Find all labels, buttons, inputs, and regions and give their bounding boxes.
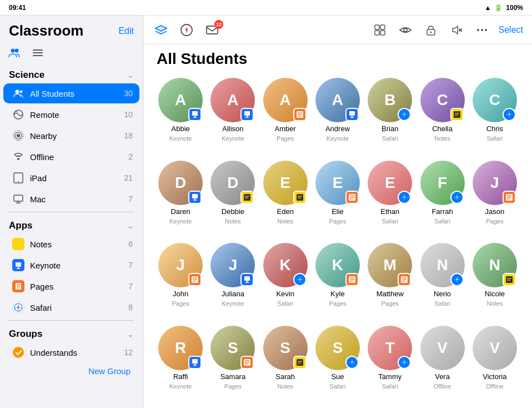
student-item[interactable]: NNerioSafari	[418, 243, 466, 319]
student-item[interactable]: JJohnPages	[157, 243, 204, 319]
sidebar-item-notes[interactable]: Notes 6	[3, 234, 139, 254]
student-item[interactable]: SSamaraPages	[209, 326, 257, 402]
new-group-button[interactable]: New Group	[0, 363, 139, 379]
time-display: 09:41	[9, 4, 26, 12]
more-icon[interactable]	[473, 21, 491, 39]
student-name: Eden	[277, 207, 294, 216]
student-app-badge	[345, 108, 359, 121]
science-label: Science	[9, 69, 44, 81]
student-avatar: V	[420, 326, 465, 370]
nearby-label: Nearby	[30, 131, 118, 141]
apps-label: Apps	[9, 220, 33, 231]
groups-section-header: Groups ⌄	[0, 323, 143, 342]
sidebar-item-ipad[interactable]: iPad 21	[3, 168, 139, 188]
student-item[interactable]: EEliePages	[314, 161, 362, 237]
student-item[interactable]: DDarenKeynote	[157, 161, 204, 237]
student-item[interactable]: AAbbieKeynote	[157, 78, 204, 154]
nearby-count: 18	[124, 131, 133, 140]
student-item[interactable]: JJulianaKeynote	[209, 243, 257, 319]
grid-icon[interactable]	[371, 21, 389, 39]
student-item[interactable]: AAmberPages	[262, 78, 309, 154]
student-item[interactable]: CChellaNotes	[418, 78, 466, 154]
sidebar-item-offline[interactable]: Offline 2	[3, 147, 139, 167]
science-section-header: Science ⌄	[0, 64, 143, 83]
student-name: Sarah	[275, 372, 295, 381]
mail-badge: 12	[214, 20, 223, 29]
student-name: John	[173, 290, 188, 298]
nearby-icon	[12, 130, 24, 142]
student-app: Safari	[330, 383, 346, 390]
student-avatar-wrap: C	[420, 78, 465, 122]
sidebar-item-mac[interactable]: Mac 7	[3, 189, 139, 209]
student-item[interactable]: DDebbieNotes	[209, 161, 257, 237]
student-item[interactable]: VVeraOffline	[418, 326, 466, 402]
sidebar: Classroom Edit Science ⌄ All Students 30	[0, 16, 143, 408]
edit-button[interactable]: Edit	[118, 26, 134, 36]
student-app: Safari	[382, 135, 398, 142]
student-name: Raffi	[173, 372, 188, 381]
mac-count: 7	[128, 195, 133, 203]
keynote-app-count: 7	[128, 261, 133, 270]
svg-rect-125	[297, 359, 303, 366]
understands-icon	[12, 346, 24, 359]
student-item[interactable]: JJasonPages	[471, 161, 519, 237]
student-item[interactable]: TTammySafari	[366, 326, 414, 402]
student-name: Chella	[432, 125, 453, 133]
all-students-label: All Students	[30, 89, 118, 98]
sidebar-item-all-students[interactable]: All Students 30	[3, 83, 139, 103]
ipad-icon	[12, 172, 24, 184]
eye-icon[interactable]	[397, 21, 414, 39]
sidebar-item-remote[interactable]: Remote 10	[3, 105, 139, 125]
lock-icon[interactable]	[422, 21, 440, 39]
student-item[interactable]: NNicoleNotes	[471, 243, 519, 319]
student-item[interactable]: SSarahNotes	[262, 326, 309, 402]
student-item[interactable]: AAndrewKeynote	[314, 78, 362, 154]
mail-icon[interactable]: 12	[203, 21, 221, 39]
svg-rect-4	[33, 55, 43, 56]
sidebar-people-icon[interactable]	[7, 45, 22, 61]
groups-label: Groups	[9, 329, 42, 340]
student-item[interactable]: EEthanSafari	[366, 161, 414, 237]
sidebar-item-pages[interactable]: Pages 7	[3, 276, 139, 296]
student-name: Nerio	[434, 290, 451, 298]
student-app: Notes	[486, 300, 503, 307]
mute-icon[interactable]	[448, 21, 465, 39]
student-name: Elie	[332, 207, 344, 216]
student-item[interactable]: BBrianSafari	[366, 78, 414, 154]
student-item[interactable]: MMatthewPages	[366, 243, 414, 319]
student-name: Daren	[170, 207, 190, 216]
pages-app-icon	[12, 280, 24, 292]
sidebar-list-icon[interactable]	[30, 45, 46, 61]
student-name: Sue	[331, 372, 344, 381]
student-item[interactable]: KKevinSafari	[262, 243, 309, 319]
sidebar-item-safari[interactable]: Safari 8	[3, 297, 139, 317]
student-item[interactable]: FFarrahSafari	[418, 161, 466, 237]
student-item[interactable]: KKylePages	[314, 243, 362, 319]
student-item[interactable]: EEdenNotes	[262, 161, 309, 237]
sidebar-item-understands[interactable]: Understands 12	[3, 342, 139, 362]
layers-icon[interactable]	[152, 21, 170, 39]
svg-point-35	[404, 28, 407, 32]
student-app-badge	[240, 191, 254, 204]
sidebar-item-nearby[interactable]: Nearby 18	[3, 126, 139, 146]
student-item[interactable]: SSueSafari	[314, 326, 362, 402]
compass-icon[interactable]	[178, 21, 195, 39]
svg-point-13	[18, 181, 19, 182]
student-name: Vera	[435, 372, 450, 381]
student-item[interactable]: AAllisonKeynote	[209, 78, 257, 154]
select-button[interactable]: Select	[499, 25, 523, 35]
remote-icon	[12, 108, 24, 121]
student-name: Matthew	[377, 290, 404, 298]
student-item[interactable]: CChrisSafari	[471, 78, 519, 154]
svg-point-1	[15, 49, 19, 53]
student-item[interactable]: VVictoriaOffline	[471, 326, 519, 402]
offline-icon	[12, 151, 24, 163]
student-app-badge	[450, 273, 464, 286]
status-time: 09:41	[9, 4, 26, 12]
sidebar-item-keynote[interactable]: Keynote 7	[3, 255, 139, 275]
svg-rect-118	[192, 359, 198, 364]
student-app: Pages	[172, 300, 189, 307]
student-app-badge	[240, 356, 254, 369]
student-item[interactable]: RRaffiKeynote	[157, 326, 204, 402]
student-name: Farrah	[431, 207, 453, 216]
